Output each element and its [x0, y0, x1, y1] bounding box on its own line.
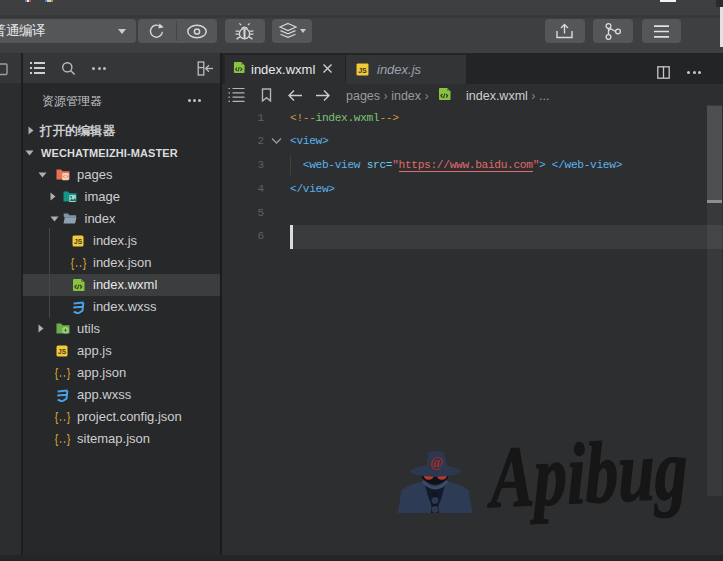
svg-text:{..}: {..} [55, 366, 71, 380]
svg-text:@: @ [430, 455, 443, 470]
svg-text:{..}: {..} [55, 410, 71, 424]
svg-text:JS: JS [58, 348, 67, 355]
svg-text:{..}: {..} [55, 432, 71, 446]
svg-text:{..}: {..} [71, 256, 87, 270]
svg-text:JS: JS [74, 238, 83, 245]
svg-text:JS: JS [358, 67, 367, 74]
